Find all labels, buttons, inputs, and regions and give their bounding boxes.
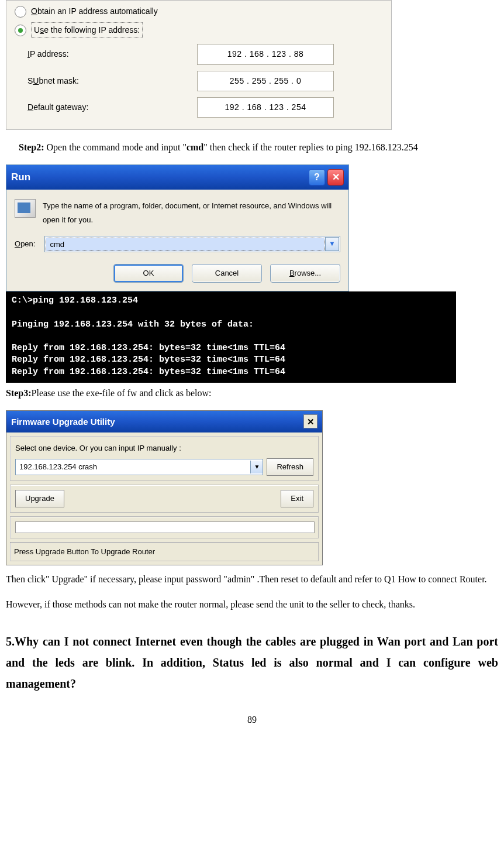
device-combobox[interactable]: 192.168.123.254 crash ▼	[15, 459, 263, 475]
chevron-down-icon[interactable]: ▼	[325, 237, 339, 251]
ip-address-field[interactable]: 192 . 168 . 123 . 88	[197, 44, 334, 64]
chevron-down-icon[interactable]: ▼	[250, 461, 263, 473]
page-number: 89	[6, 712, 498, 729]
firmware-titlebar: Firmware Upgrade Utility ✕	[6, 411, 322, 433]
cancel-button[interactable]: Cancel	[192, 264, 262, 283]
select-device-label: Select one device. Or you can input IP m…	[15, 441, 313, 455]
default-gateway-field[interactable]: 192 . 168 . 123 . 254	[197, 97, 334, 118]
close-button-icon[interactable]: ✕	[327, 169, 344, 186]
subnet-mask-label: SUbnet mask:	[27, 74, 197, 88]
upgrade-button[interactable]: Upgrade	[15, 490, 64, 507]
question-5-heading: 5.Why can I not connect Internet even th…	[6, 631, 498, 694]
progress-bar	[15, 521, 315, 533]
open-input[interactable]	[46, 238, 325, 251]
run-title: Run	[11, 169, 30, 187]
device-value: 192.168.123.254 crash	[16, 460, 250, 473]
ip-address-label: IP address:	[27, 47, 197, 61]
help-button-icon[interactable]: ?	[309, 169, 325, 186]
open-label: Open:	[15, 237, 35, 250]
run-dialog: Run ? ✕ Type the name of a program, fold…	[6, 164, 349, 291]
run-titlebar: Run ? ✕	[6, 165, 348, 190]
radio-off-icon	[15, 6, 26, 18]
step2-paragraph: Step2: Open the command mode and input "…	[19, 139, 498, 156]
firmware-upgrade-dialog: Firmware Upgrade Utility ✕ Select one de…	[6, 410, 323, 566]
firmware-title: Firmware Upgrade Utility	[11, 414, 115, 430]
default-gateway-label: Default gateway:	[27, 100, 197, 115]
after-fw-p1: Then click" Upgrade" if necessary, pleas…	[6, 571, 498, 588]
ok-button[interactable]: OK	[113, 264, 184, 283]
tcpip-properties-panel: Obtain an IP address automatically Use t…	[6, 0, 392, 130]
status-bar: Press Upgrade Button To Upgrade Router	[10, 542, 319, 561]
radio-manual-label: Use the following IP address:	[31, 22, 143, 38]
subnet-mask-field[interactable]: 255 . 255 . 255 . 0	[197, 71, 334, 91]
open-combobox[interactable]: ▼	[44, 236, 340, 252]
step3-paragraph: Step3:Please use the exe-file of fw and …	[6, 385, 498, 402]
radio-on-icon	[15, 25, 26, 36]
run-icon	[15, 199, 36, 218]
radio-auto-row[interactable]: Obtain an IP address automatically	[12, 4, 385, 19]
radio-auto-label: Obtain an IP address automatically	[31, 4, 158, 19]
radio-manual-row[interactable]: Use the following IP address:	[12, 22, 385, 38]
refresh-button[interactable]: Refresh	[267, 458, 313, 476]
browse-button[interactable]: Browse...	[270, 264, 340, 283]
run-message: Type the name of a program, folder, docu…	[43, 199, 340, 226]
after-fw-p2: However, if those methods can not make t…	[6, 596, 498, 613]
close-icon[interactable]: ✕	[303, 414, 317, 428]
exit-button[interactable]: Exit	[281, 490, 313, 507]
cmd-output: C:\>ping 192.168.123.254 Pinging 192.168…	[6, 291, 456, 383]
